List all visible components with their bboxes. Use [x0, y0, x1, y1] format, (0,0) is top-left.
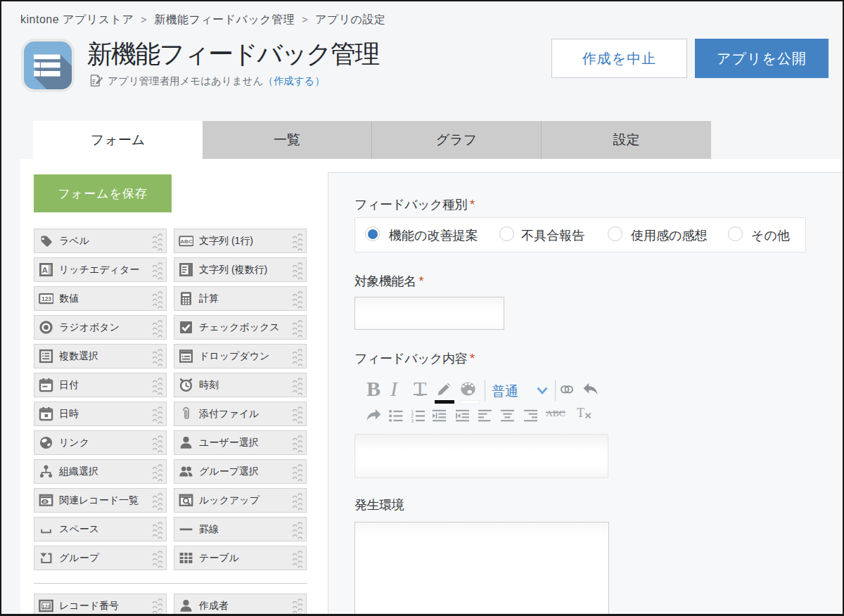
svg-text:A: A [41, 266, 47, 274]
svg-text:ABC: ABC [180, 238, 193, 245]
svg-text:123: 123 [42, 604, 51, 609]
svg-text:3: 3 [411, 418, 414, 423]
svg-text:ABC: ABC [546, 408, 565, 418]
svg-text:T: T [577, 406, 584, 420]
svg-text:123: 123 [41, 295, 51, 302]
